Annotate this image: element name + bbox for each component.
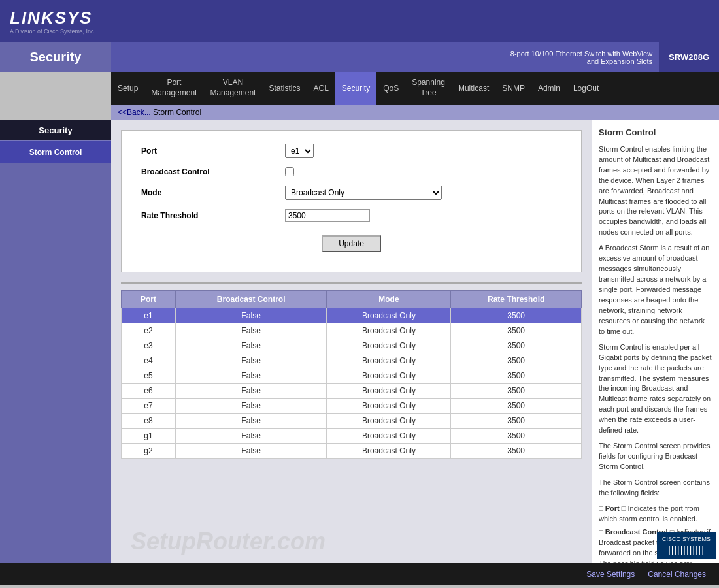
table-row[interactable]: g1 False Broadcast Only 3500 [122, 429, 582, 444]
cell-mode: Broadcast Only [327, 444, 451, 459]
cell-mode: Broadcast Only [327, 353, 451, 368]
nav-logout[interactable]: LogOut [567, 72, 605, 105]
table-row[interactable]: e3 False Broadcast Only 3500 [122, 338, 582, 353]
cell-mode: Broadcast Only [327, 338, 451, 353]
cell-port: e8 [122, 414, 176, 429]
save-settings-button[interactable]: Save Settings [586, 570, 635, 579]
nav-security[interactable]: Security [335, 72, 376, 105]
table-row[interactable]: e6 False Broadcast Only 3500 [122, 384, 582, 399]
cell-rate-threshold: 3500 [451, 384, 582, 399]
logo: LINKSYS A Division of Cisco Systems, Inc… [10, 8, 95, 35]
nav-port-management[interactable]: PortManagement [144, 72, 203, 105]
update-button[interactable]: Update [322, 235, 381, 252]
table-row[interactable]: e7 False Broadcast Only 3500 [122, 399, 582, 414]
cell-rate-threshold: 3500 [451, 429, 582, 444]
cell-rate-threshold: 3500 [451, 323, 582, 338]
nav-snmp[interactable]: SNMP [495, 72, 531, 105]
sidebar: Security Storm Control [0, 120, 111, 563]
cell-broadcast-control: False [175, 399, 327, 414]
cell-rate-threshold: 3500 [451, 338, 582, 353]
help-panel: Storm Control Storm Control enables limi… [592, 120, 719, 563]
cell-rate-threshold: 3500 [451, 368, 582, 384]
table-row[interactable]: e2 False Broadcast Only 3500 [122, 323, 582, 338]
help-para-4: The Storm Control screen provides fields… [599, 441, 712, 472]
device-model: SRW208G [669, 52, 709, 62]
nav-statistics[interactable]: Statistics [262, 72, 307, 105]
page-title: Security [30, 50, 82, 65]
cell-mode: Broadcast Only [327, 414, 451, 429]
device-description: 8-port 10/100 Ethernet Switch with WebVi… [510, 50, 652, 65]
nav-spanning-tree[interactable]: SpanningTree [405, 72, 452, 105]
rate-threshold-label: Rate Threshold [141, 211, 285, 220]
cell-broadcast-control: False [175, 414, 327, 429]
storm-control-table: Port Broadcast Control Mode Rate Thresho… [121, 290, 582, 459]
cell-port: e2 [122, 323, 176, 338]
cell-mode: Broadcast Only [327, 368, 451, 384]
broadcast-control-checkbox[interactable] [285, 167, 294, 176]
sidebar-item-storm-control[interactable]: Storm Control [0, 140, 111, 163]
broadcast-control-label: Broadcast Control [141, 167, 285, 176]
sidebar-title: Security [0, 120, 111, 140]
help-para-2: A Broadcast Storm is a result of an exce… [599, 243, 712, 336]
nav-setup[interactable]: Setup [111, 72, 144, 105]
cell-port: g1 [122, 429, 176, 444]
breadcrumb-current: Storm Control [153, 108, 201, 117]
cell-mode: Broadcast Only [327, 384, 451, 399]
nav-admin[interactable]: Admin [531, 72, 567, 105]
port-control: e1 e2 e3 e4 e5 e6 e7 e8 g1 g2 [285, 144, 314, 158]
cell-rate-threshold: 3500 [451, 308, 582, 323]
rate-threshold-row: Rate Threshold [141, 209, 561, 222]
cell-broadcast-control: False [175, 323, 327, 338]
cell-broadcast-control: False [175, 444, 327, 459]
breadcrumb-back[interactable]: <<Back... [118, 108, 151, 117]
table-row[interactable]: g2 False Broadcast Only 3500 [122, 444, 582, 459]
col-port: Port [122, 291, 176, 308]
rate-threshold-input[interactable] [285, 209, 370, 222]
help-title: Storm Control [599, 127, 712, 139]
cell-mode: Broadcast Only [327, 399, 451, 414]
help-para-5: The Storm Control screen contains the fo… [599, 478, 712, 498]
port-select[interactable]: e1 e2 e3 e4 e5 e6 e7 e8 g1 g2 [285, 144, 314, 158]
nav-vlan-management[interactable]: VLANManagement [203, 72, 262, 105]
nav-qos[interactable]: QoS [376, 72, 405, 105]
cell-port: g2 [122, 444, 176, 459]
cell-port: e3 [122, 338, 176, 353]
table-row[interactable]: e1 False Broadcast Only 3500 [122, 308, 582, 323]
cell-broadcast-control: False [175, 353, 327, 368]
help-para-3: Storm Control is enabled per all Gigabit… [599, 342, 712, 436]
cisco-logo: CISCO SYSTEMS |||||||||||| [657, 532, 716, 559]
cell-broadcast-control: False [175, 384, 327, 399]
help-field-port: □ Port □ Indicates the port from which s… [599, 504, 712, 525]
mode-row: Mode Broadcast Only Multicast Only Unkno… [141, 186, 561, 200]
cell-broadcast-control: False [175, 429, 327, 444]
table-row[interactable]: e5 False Broadcast Only 3500 [122, 368, 582, 384]
port-label: Port [141, 146, 285, 155]
form-section: Port e1 e2 e3 e4 e5 e6 e7 e8 g1 g2 [121, 130, 582, 272]
cell-broadcast-control: False [175, 368, 327, 384]
cell-mode: Broadcast Only [327, 308, 451, 323]
cell-rate-threshold: 3500 [451, 444, 582, 459]
cell-broadcast-control: False [175, 338, 327, 353]
cell-mode: Broadcast Only [327, 323, 451, 338]
mode-select[interactable]: Broadcast Only Multicast Only Unknown Un… [285, 186, 442, 200]
cancel-changes-button[interactable]: Cancel Changes [648, 570, 706, 579]
logo-text: LINKSYS [10, 8, 93, 27]
logo-subtitle: A Division of Cisco Systems, Inc. [10, 28, 95, 35]
cell-rate-threshold: 3500 [451, 414, 582, 429]
broadcast-control-row: Broadcast Control [141, 167, 561, 176]
col-rate-threshold: Rate Threshold [451, 291, 582, 308]
mode-label: Mode [141, 188, 285, 197]
breadcrumb: <<Back... Storm Control [111, 105, 719, 120]
nav-acl[interactable]: ACL [307, 72, 335, 105]
cell-port: e4 [122, 353, 176, 368]
col-broadcast-control: Broadcast Control [175, 291, 327, 308]
col-mode: Mode [327, 291, 451, 308]
table-row[interactable]: e4 False Broadcast Only 3500 [122, 353, 582, 368]
cell-port: e6 [122, 384, 176, 399]
nav-multicast[interactable]: Multicast [452, 72, 495, 105]
cell-port: e5 [122, 368, 176, 384]
table-row[interactable]: e8 False Broadcast Only 3500 [122, 414, 582, 429]
main-content: Port e1 e2 e3 e4 e5 e6 e7 e8 g1 g2 [111, 120, 592, 563]
cell-port: e1 [122, 308, 176, 323]
cell-rate-threshold: 3500 [451, 399, 582, 414]
